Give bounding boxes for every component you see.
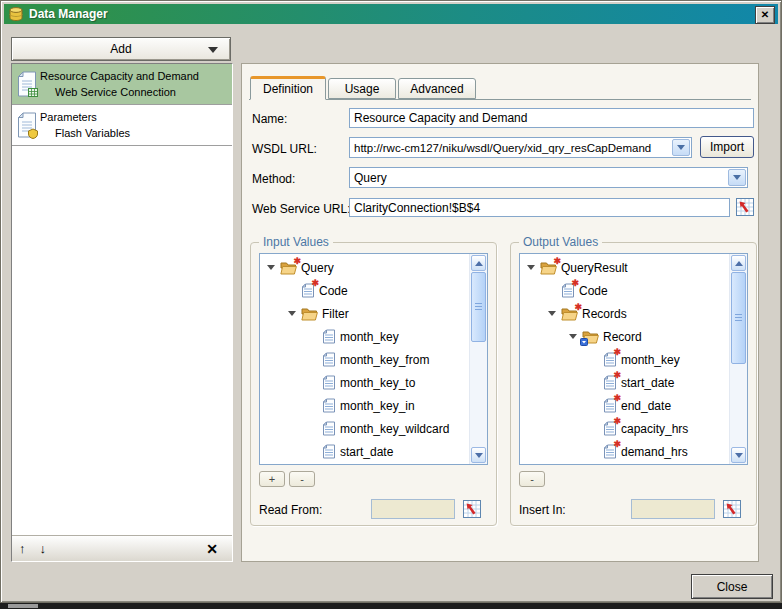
minus-icon: -: [530, 473, 534, 485]
output-remove-button[interactable]: -: [519, 471, 545, 487]
add-dropdown-arrow-icon: [208, 47, 218, 53]
tree-node-month_key[interactable]: ✱month_key: [520, 348, 730, 371]
field-icon: ✱: [603, 444, 617, 459]
tree-node-label: Code: [319, 284, 348, 298]
move-down-icon[interactable]: ↓: [33, 542, 54, 555]
tab-advanced-label: Advanced: [410, 82, 463, 96]
input-add-button[interactable]: +: [259, 471, 285, 487]
tree-node-code[interactable]: ✱Code: [260, 279, 470, 302]
read-from-cell-selector-button[interactable]: [463, 500, 481, 518]
required-asterisk-icon: ✱: [613, 393, 621, 403]
tree-node-label: Query: [301, 261, 334, 275]
method-value: Query: [354, 171, 387, 185]
required-asterisk-icon: ✱: [574, 302, 582, 312]
web-service-url-input[interactable]: ClarityConnection!$B$4: [349, 198, 730, 217]
folder-icon: ✱: [280, 261, 297, 275]
move-up-icon[interactable]: ↑: [12, 542, 33, 555]
connection-item-text: ParametersFlash Variables: [40, 109, 230, 141]
chevron-down-icon: [733, 175, 741, 180]
expand-arrow-icon[interactable]: [548, 311, 561, 316]
insert-in-cell-selector-button[interactable]: [723, 500, 741, 518]
field-icon: [322, 375, 336, 390]
method-dropdown-button[interactable]: [728, 169, 746, 186]
scroll-down-icon[interactable]: [471, 447, 486, 463]
web-service-url-cell-selector-button[interactable]: [736, 198, 754, 216]
connection-type: Flash Variables: [55, 125, 230, 141]
database-icon: [8, 6, 24, 22]
minus-icon: -: [300, 473, 304, 485]
field-icon: [322, 398, 336, 413]
scroll-up-icon[interactable]: [731, 255, 746, 271]
wsdl-url-label: WSDL URL:: [252, 142, 317, 156]
tab-usage[interactable]: Usage: [328, 78, 396, 99]
expand-arrow-icon[interactable]: [288, 311, 301, 316]
chevron-down-icon: [677, 145, 685, 150]
tree-node-demand_hrs[interactable]: ✱demand_hrs: [520, 440, 730, 463]
input-tree-body: ✱Query✱CodeFiltermonth_keymonth_key_from…: [260, 256, 470, 464]
tree-node-queryresult[interactable]: ✱QueryResult: [520, 256, 730, 279]
wsdl-url-combobox[interactable]: http://rwc-cm127/niku/wsdl/Query/xid_qry…: [349, 137, 692, 158]
insert-in-label: Insert In:: [519, 503, 566, 517]
close-button-label: Close: [717, 580, 748, 594]
tree-node-month_key_to[interactable]: month_key_to: [260, 371, 470, 394]
import-button-label: Import: [710, 140, 744, 154]
cell-selector-icon: [464, 501, 480, 517]
scroll-down-icon[interactable]: [731, 447, 746, 463]
tree-node-month_key_wildcard[interactable]: month_key_wildcard: [260, 417, 470, 440]
input-values-tree[interactable]: ✱Query✱CodeFiltermonth_keymonth_key_from…: [259, 253, 488, 465]
tree-node-code[interactable]: ✱Code: [520, 279, 730, 302]
tree-node-records[interactable]: ✱Records: [520, 302, 730, 325]
connection-list-item[interactable]: ParametersFlash Variables: [12, 105, 232, 146]
name-label: Name:: [252, 112, 287, 126]
scrollbar-thumb[interactable]: [471, 272, 486, 342]
field-icon: ✱: [603, 398, 617, 413]
tree-node-month_key[interactable]: month_key: [260, 325, 470, 348]
tree-node-label: month_key_from: [340, 353, 429, 367]
tree-node-capacity_hrs[interactable]: ✱capacity_hrs: [520, 417, 730, 440]
scroll-up-icon[interactable]: [471, 255, 486, 271]
tab-advanced[interactable]: Advanced: [398, 78, 476, 99]
tree-node-filter[interactable]: Filter: [260, 302, 470, 325]
tree-node-label: Record: [603, 330, 642, 344]
output-tree-scrollbar[interactable]: [729, 254, 747, 464]
expand-arrow-icon[interactable]: [527, 265, 540, 270]
tab-definition[interactable]: Definition: [250, 76, 326, 100]
tree-node-label: Records: [582, 307, 627, 321]
expand-arrow-icon[interactable]: [267, 265, 280, 270]
import-button[interactable]: Import: [700, 136, 754, 158]
list-footer-bar: ↑ ↓ ✕: [12, 535, 232, 561]
method-combobox[interactable]: Query: [349, 167, 748, 188]
required-asterisk-icon: ✱: [553, 256, 561, 266]
add-connection-button[interactable]: Add: [11, 37, 231, 61]
input-tree-scrollbar[interactable]: [469, 254, 487, 464]
name-input[interactable]: Resource Capacity and Demand: [349, 108, 754, 128]
tree-node-month_key_from[interactable]: month_key_from: [260, 348, 470, 371]
wsdl-dropdown-button[interactable]: [672, 139, 690, 156]
tree-node-month_key_in[interactable]: month_key_in: [260, 394, 470, 417]
connection-list-item[interactable]: Resource Capacity and DemandWeb Service …: [12, 64, 232, 105]
tree-node-label: demand_hrs: [621, 445, 688, 459]
scrollbar-thumb[interactable]: [731, 272, 746, 364]
tree-node-record[interactable]: Record: [520, 325, 730, 348]
field-icon: [322, 352, 336, 367]
tab-usage-label: Usage: [345, 82, 380, 96]
tree-node-start_date[interactable]: start_date: [260, 440, 470, 463]
tree-node-label: start_date: [621, 376, 674, 390]
close-window-button[interactable]: ✕: [755, 6, 775, 24]
delete-connection-icon[interactable]: ✕: [206, 541, 218, 557]
close-icon: ✕: [761, 10, 769, 20]
field-icon: ✱: [301, 283, 315, 298]
field-icon: ✱: [603, 375, 617, 390]
tree-node-query[interactable]: ✱Query: [260, 256, 470, 279]
read-from-input[interactable]: [371, 499, 455, 519]
close-button[interactable]: Close: [691, 574, 773, 599]
insert-in-input[interactable]: [631, 499, 715, 519]
tree-node-end_date[interactable]: ✱end_date: [520, 394, 730, 417]
input-remove-button[interactable]: -: [289, 471, 315, 487]
output-values-tree[interactable]: ✱QueryResult✱Code✱RecordsRecord✱month_ke…: [519, 253, 748, 465]
tree-node-start_date[interactable]: ✱start_date: [520, 371, 730, 394]
tree-node-label: end_date: [621, 399, 671, 413]
connection-list-panel: Resource Capacity and DemandWeb Service …: [11, 63, 233, 562]
output-values-title: Output Values: [519, 235, 602, 249]
data-manager-window: Data Manager ✕ Add Resource Capacity and…: [0, 0, 782, 603]
